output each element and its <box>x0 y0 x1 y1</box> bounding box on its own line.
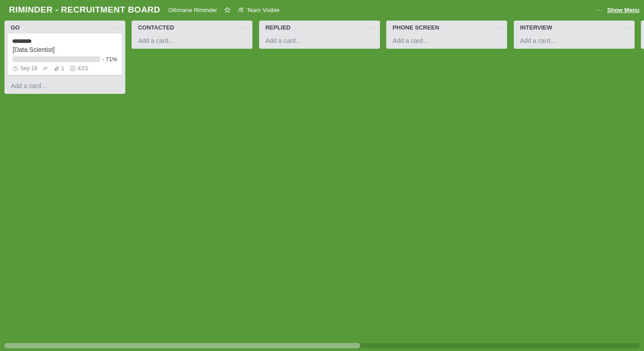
list-offer: OFFER ··· Add a card… <box>641 21 644 49</box>
svg-point-1 <box>239 8 241 10</box>
due-text: Sep 18 <box>20 65 37 72</box>
add-card-button[interactable]: Add a card… <box>386 34 507 49</box>
board-header: RIMINDER - RECRUITMENT BOARD Othmane Rim… <box>0 0 644 20</box>
svg-marker-0 <box>225 7 230 12</box>
more-icon[interactable]: ··· <box>594 6 605 13</box>
list-menu-icon[interactable]: ··· <box>240 24 248 31</box>
list-interview: INTERVIEW ··· Add a card… <box>514 21 635 49</box>
visibility-label: Team Visible <box>247 7 279 13</box>
card-title: [Data Scientist] <box>13 46 117 53</box>
list-title: CONTACTED <box>138 24 240 31</box>
list-cards: [Data Scientist] - 71% Sep 18 <box>4 34 125 75</box>
list-phone-screen: PHONE SCREEN ··· Add a card… <box>386 21 507 49</box>
list-contacted: CONTACTED ··· Add a card… <box>132 21 252 49</box>
show-menu-button[interactable]: Show Menu <box>607 7 640 13</box>
add-card-button[interactable]: Add a card… <box>641 34 644 49</box>
list-menu-icon[interactable]: ··· <box>113 24 121 31</box>
list-title: GO <box>11 24 113 31</box>
board-owner-label: Othmane Riminder <box>168 7 217 13</box>
team-icon <box>238 7 244 13</box>
checklist-badge: 4/23 <box>70 65 88 72</box>
svg-point-2 <box>242 8 243 9</box>
list-title: INTERVIEW <box>520 24 622 31</box>
header-right: ··· Show Menu <box>594 6 640 13</box>
card-label[interactable] <box>13 39 31 43</box>
list-menu-icon[interactable]: ··· <box>495 24 503 31</box>
description-badge <box>43 66 48 72</box>
list-title: REPLIED <box>265 24 367 31</box>
due-badge: Sep 18 <box>13 65 37 72</box>
description-icon <box>43 66 48 72</box>
list-header[interactable]: REPLIED ··· <box>259 21 380 34</box>
list-header[interactable]: CONTACTED ··· <box>132 21 252 34</box>
progress-text: - 71% <box>102 56 117 63</box>
list-header[interactable]: PHONE SCREEN ··· <box>386 21 507 34</box>
add-card-button[interactable]: Add a card… <box>4 79 125 94</box>
list-header[interactable]: GO ··· <box>4 21 125 34</box>
list-header[interactable]: INTERVIEW ··· <box>514 21 635 34</box>
svg-rect-7 <box>70 66 75 71</box>
board-title[interactable]: RIMINDER - RECRUITMENT BOARD <box>4 5 165 15</box>
list-title: PHONE SCREEN <box>392 24 495 31</box>
card[interactable]: [Data Scientist] - 71% Sep 18 <box>8 34 122 75</box>
clock-icon <box>13 66 18 72</box>
card-badges: Sep 18 1 <box>13 65 117 72</box>
list-go: GO ··· [Data Scientist] - 71% <box>4 21 125 94</box>
horizontal-scrollbar[interactable] <box>4 343 640 348</box>
list-header[interactable]: OFFER ··· <box>641 21 644 34</box>
add-card-button[interactable]: Add a card… <box>259 34 380 49</box>
card-progress: - 71% <box>13 56 117 63</box>
scrollbar-thumb[interactable] <box>4 343 360 348</box>
add-card-button[interactable]: Add a card… <box>132 34 252 49</box>
checklist-icon <box>70 66 76 72</box>
attachment-badge: 1 <box>54 65 64 72</box>
star-icon <box>224 7 230 13</box>
checklist-count: 4/23 <box>77 65 88 72</box>
list-menu-icon[interactable]: ··· <box>622 24 630 31</box>
list-menu-icon[interactable]: ··· <box>367 24 375 31</box>
add-card-button[interactable]: Add a card… <box>514 34 635 49</box>
visibility-button[interactable]: Team Visible <box>234 4 283 16</box>
card-labels <box>13 37 117 44</box>
paperclip-icon <box>54 66 60 72</box>
star-button[interactable] <box>221 4 234 16</box>
board-owner-button[interactable]: Othmane Riminder <box>165 4 221 16</box>
board-canvas[interactable]: GO ··· [Data Scientist] - 71% <box>0 20 644 342</box>
list-replied: REPLIED ··· Add a card… <box>259 21 380 49</box>
attachment-count: 1 <box>61 65 64 72</box>
progress-bar <box>13 56 100 62</box>
